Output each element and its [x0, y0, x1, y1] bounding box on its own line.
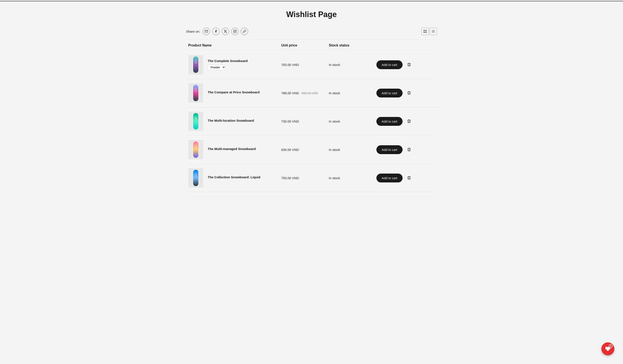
link-share-button[interactable] — [241, 28, 248, 35]
view-toggle — [421, 28, 437, 35]
page-container: Wishlist Page Share on: — [182, 1, 441, 201]
price-3: 730.00 VND — [281, 120, 299, 123]
col-stock-status: Stock status — [329, 43, 376, 47]
product-name-2: The Compare at Price Snowboard — [208, 90, 260, 94]
svg-rect-12 — [195, 60, 197, 61]
price-1: 700.00 VND — [281, 63, 299, 67]
svg-rect-30 — [195, 176, 197, 177]
list-icon — [431, 29, 435, 33]
svg-rect-22 — [195, 120, 197, 120]
add-to-cart-button-1[interactable]: Add to cart — [376, 60, 402, 69]
compare-price-2: 886.00 VND — [302, 91, 318, 95]
actions-cell-3: Add to cart — [376, 117, 437, 126]
add-to-cart-button-4[interactable]: Add to cart — [376, 145, 402, 154]
product-info-4: The Multi-managed Snowboard — [186, 140, 281, 159]
share-icons — [203, 28, 248, 35]
trash-icon-1 — [407, 62, 411, 67]
grid-view-button[interactable] — [421, 28, 429, 35]
trash-icon-4 — [407, 147, 411, 152]
price-cell-5: 750.00 VND — [281, 176, 329, 180]
product-info-3: The Multi-location Snowboard — [186, 112, 281, 131]
product-image-svg-4 — [189, 141, 202, 158]
svg-rect-20 — [195, 117, 197, 117]
instagram-icon — [233, 30, 237, 33]
facebook-share-button[interactable] — [212, 28, 220, 35]
price-cell-1: 700.00 VND — [281, 63, 329, 67]
instagram-share-button[interactable] — [231, 28, 239, 35]
col-actions — [376, 43, 437, 47]
svg-rect-29 — [195, 175, 197, 175]
product-image-3 — [188, 112, 203, 131]
actions-cell-5: Add to cart — [376, 174, 437, 182]
delete-button-1[interactable] — [406, 61, 412, 68]
delete-button-4[interactable] — [406, 146, 412, 153]
delete-button-3[interactable] — [406, 118, 412, 124]
stock-cell-4: In stock — [329, 148, 376, 152]
price-cell-4: 630.00 VND — [281, 148, 329, 152]
variant-select-1[interactable]: Powder — [208, 64, 226, 70]
svg-rect-28 — [195, 174, 197, 174]
svg-rect-18 — [195, 91, 197, 92]
product-list: The Complete Snowboard Powder 700.00 VND… — [186, 50, 437, 192]
delete-button-2[interactable] — [406, 90, 412, 96]
product-name-1: The Complete Snowboard — [208, 59, 248, 63]
col-unit-price: Unit price — [281, 43, 329, 47]
svg-rect-14 — [195, 63, 197, 63]
trash-icon-5 — [407, 176, 411, 180]
table-row: The Collection Snowboard: Liquid 750.00 … — [186, 164, 437, 192]
svg-rect-21 — [195, 118, 197, 119]
svg-rect-13 — [195, 61, 197, 62]
svg-rect-5 — [425, 30, 427, 31]
product-image-2 — [188, 83, 203, 103]
svg-rect-24 — [195, 145, 197, 146]
svg-point-3 — [236, 30, 236, 31]
actions-cell-1: Add to cart — [376, 60, 437, 69]
twitter-x-share-button[interactable] — [222, 28, 229, 35]
table-row: The Multi-location Snowboard 730.00 VND … — [186, 107, 437, 135]
wishlist-count-badge: 5 — [609, 344, 613, 348]
svg-rect-19 — [193, 113, 198, 129]
svg-rect-17 — [195, 90, 197, 90]
list-view-button[interactable] — [430, 28, 437, 35]
svg-rect-7 — [425, 32, 427, 33]
grid-icon — [423, 29, 427, 33]
add-to-cart-button-5[interactable]: Add to cart — [376, 174, 402, 182]
twitter-x-icon — [224, 30, 227, 33]
stock-cell-5: In stock — [329, 176, 376, 180]
product-details-1: The Complete Snowboard Powder — [208, 59, 248, 70]
product-image-1 — [188, 55, 203, 74]
wishlist-fab[interactable]: 5 — [601, 342, 614, 355]
svg-rect-16 — [195, 89, 197, 89]
product-name-4: The Multi-managed Snowboard — [208, 147, 256, 151]
product-name-3: The Multi-location Snowboard — [208, 119, 254, 122]
table-row: The Multi-managed Snowboard 630.00 VND I… — [186, 135, 437, 164]
share-left: Share on: — [186, 28, 248, 35]
share-row: Share on: — [186, 28, 437, 35]
col-product-name: Product Name — [186, 43, 281, 47]
svg-rect-11 — [193, 56, 198, 73]
svg-point-2 — [234, 31, 235, 32]
product-details-2: The Compare at Price Snowboard — [208, 90, 260, 96]
price-cell-2: 786.00 VND 886.00 VND — [281, 91, 329, 95]
email-share-button[interactable] — [203, 28, 210, 35]
page-title: Wishlist Page — [186, 10, 437, 19]
stock-cell-2: In stock — [329, 91, 376, 95]
share-label: Share on: — [186, 30, 200, 33]
product-details-5: The Collection Snowboard: Liquid — [208, 175, 260, 181]
svg-rect-27 — [193, 170, 198, 186]
svg-rect-15 — [193, 85, 198, 101]
product-info-5: The Collection Snowboard: Liquid — [186, 168, 281, 188]
table-row: The Complete Snowboard Powder 700.00 VND… — [186, 50, 437, 79]
add-to-cart-button-3[interactable]: Add to cart — [376, 117, 402, 126]
svg-rect-6 — [423, 32, 425, 33]
email-icon — [205, 30, 208, 33]
product-details-4: The Multi-managed Snowboard — [208, 147, 256, 152]
svg-rect-26 — [195, 148, 197, 148]
price-cell-3: 730.00 VND — [281, 120, 329, 123]
add-to-cart-button-2[interactable]: Add to cart — [376, 89, 402, 98]
delete-button-5[interactable] — [406, 175, 412, 181]
product-image-svg-2 — [189, 84, 202, 101]
product-image-4 — [188, 140, 203, 159]
price-2: 786.00 VND — [281, 91, 299, 95]
link-icon — [243, 30, 246, 33]
